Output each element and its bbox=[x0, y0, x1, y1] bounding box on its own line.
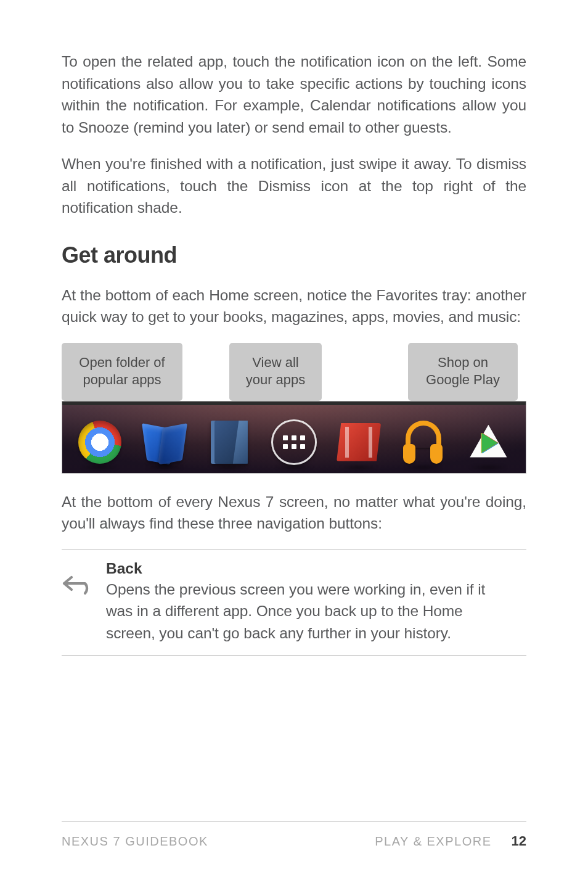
callout-view-all-apps: View all your apps bbox=[229, 343, 322, 401]
callout-line: Open folder of bbox=[79, 354, 165, 371]
favorites-tray-figure bbox=[62, 401, 526, 474]
callout-line: popular apps bbox=[83, 371, 161, 389]
nav-body-back: Opens the previous screen you were worki… bbox=[106, 578, 489, 644]
nav-definition: Back Opens the previous screen you were … bbox=[106, 560, 526, 644]
favorites-tray bbox=[62, 401, 526, 474]
page-footer: NEXUS 7 GUIDEBOOK PLAY & EXPLORE 12 bbox=[62, 821, 526, 849]
heading-get-around: Get around bbox=[62, 242, 526, 268]
paragraph-favorites-tray: At the bottom of each Home screen, notic… bbox=[62, 284, 526, 328]
footer-section: PLAY & EXPLORE bbox=[375, 834, 491, 849]
callout-line: Shop on bbox=[438, 354, 488, 371]
play-books-icon bbox=[140, 418, 189, 467]
callout-open-folder: Open folder of popular apps bbox=[62, 343, 182, 401]
paragraph-notifications-1: To open the related app, touch the notif… bbox=[62, 51, 526, 138]
paragraph-nav-buttons: At the bottom of every Nexus 7 screen, n… bbox=[62, 491, 526, 535]
page-content: To open the related app, touch the notif… bbox=[0, 0, 588, 656]
all-apps-icon bbox=[269, 418, 319, 467]
chrome-icon bbox=[75, 418, 125, 467]
callout-line: Google Play bbox=[426, 371, 500, 389]
callout-line: your apps bbox=[246, 371, 306, 389]
callout-shop-google-play: Shop on Google Play bbox=[408, 343, 518, 401]
callout-row: Open folder of popular apps View all you… bbox=[62, 343, 526, 401]
footer-book-title: NEXUS 7 GUIDEBOOK bbox=[62, 834, 375, 849]
footer-page-number: 12 bbox=[512, 833, 526, 849]
play-music-icon bbox=[399, 418, 448, 467]
play-movies-icon bbox=[334, 418, 383, 467]
back-arrow-icon bbox=[62, 574, 95, 596]
tray-top-bar bbox=[62, 401, 526, 405]
play-magazines-icon bbox=[205, 418, 254, 467]
back-icon bbox=[62, 560, 106, 644]
play-store-icon bbox=[463, 418, 513, 467]
nav-title-back: Back bbox=[106, 560, 489, 577]
callout-line: View all bbox=[252, 354, 298, 371]
nav-button-row-back: Back Opens the previous screen you were … bbox=[62, 550, 526, 656]
paragraph-notifications-2: When you're finished with a notification… bbox=[62, 153, 526, 219]
